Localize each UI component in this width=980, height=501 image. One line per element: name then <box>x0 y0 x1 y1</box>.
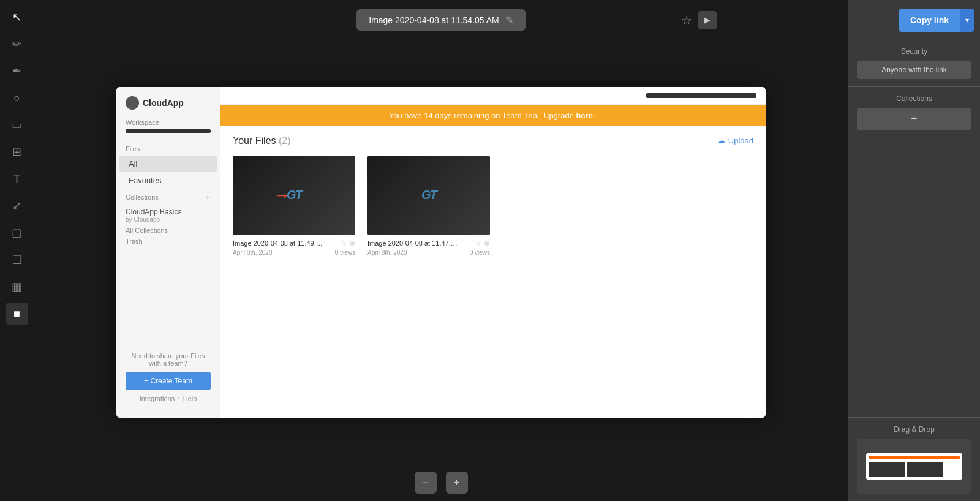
file-date-1: April 8th, 2020 <box>233 249 273 256</box>
cloudapp-logo-icon <box>126 96 139 110</box>
upload-button[interactable]: ☁ Upload <box>717 136 753 145</box>
transform-tool[interactable]: ⤢ <box>6 195 28 217</box>
cloudapp-window: CloudApp Workspace Files All Favorites C… <box>116 87 766 418</box>
drag-drop-inner <box>858 439 971 494</box>
file-meta-1: April 8th, 2020 0 views <box>233 249 355 256</box>
collections-row: Collections + <box>116 189 220 206</box>
file-info-1: Image 2020-04-08 at 11.49.36 ... ☆ ⊕ Apr… <box>233 235 355 260</box>
grid-tool[interactable]: ⊞ <box>6 141 28 163</box>
arrow-overlay: → <box>273 186 290 205</box>
title-pill: Image 2020-04-08 at 11.54.05 AM ✎ <box>356 9 525 31</box>
file-date-2: April 8th, 2020 <box>368 249 407 256</box>
add-collection-button[interactable]: + <box>205 192 211 203</box>
file-star-1[interactable]: ☆ <box>340 239 347 247</box>
thumbnail-inner-1: GT → <box>233 156 355 235</box>
dnd-mini-files <box>869 462 960 477</box>
gt-logo-2: GT <box>421 188 436 202</box>
cloudapp-logo: CloudApp <box>116 96 220 119</box>
star-button[interactable]: ☆ <box>681 13 692 28</box>
upload-icon: ☁ <box>717 136 725 145</box>
files-section-label: Files <box>116 142 220 156</box>
content-window: CloudApp Workspace Files All Favorites C… <box>34 40 848 464</box>
integrations-row: Integrations • Help <box>126 390 211 402</box>
sidebar-bottom: Need to share your Files with a team? + … <box>116 346 220 409</box>
brush-tool[interactable]: ✒ <box>6 60 28 82</box>
window-title: Image 2020-04-08 at 11.54.05 AM <box>369 15 499 25</box>
file-name-1: Image 2020-04-08 at 11.49.36 ... <box>233 239 325 247</box>
all-collections-link[interactable]: All Collections <box>116 225 220 236</box>
security-label: Security <box>858 47 971 56</box>
files-title-text: Your Files <box>233 135 276 146</box>
file-star-2[interactable]: ☆ <box>475 239 481 247</box>
file-name-row-1: Image 2020-04-08 at 11.49.36 ... ☆ ⊕ <box>233 239 355 247</box>
file-views-1: 0 views <box>335 249 355 256</box>
sidebar-item-all[interactable]: All <box>119 156 217 172</box>
sidebar-item-favorites[interactable]: Favorites <box>119 172 217 189</box>
cloudapp-logo-text: CloudApp <box>143 98 184 108</box>
drag-drop-section: Drag & Drop <box>848 417 980 501</box>
file-info-2: Image 2020-04-08 at 11.47.41 AM ☆ ⊕ Apri… <box>368 235 490 260</box>
security-value[interactable]: Anyone with the link <box>858 61 971 79</box>
thumbnail-inner-2: GT <box>368 156 490 235</box>
trash-link[interactable]: Trash <box>116 236 220 247</box>
trial-suffix: . <box>595 111 598 120</box>
zoom-in-button[interactable]: + <box>446 472 468 494</box>
files-title: Your Files (2) <box>233 135 291 146</box>
panel-collections-section: Collections + <box>848 87 980 138</box>
collection-title: CloudApp Basics <box>126 208 211 216</box>
left-toolbar: ↖ ✏ ✒ ○ ▭ ⊞ T ⤢ ▢ ❑ ▦ ■ <box>0 0 34 501</box>
file-card-1: GT → Image 2020-04-08 at 11.49.36 ... ☆ … <box>233 156 355 260</box>
sidebar: CloudApp Workspace Files All Favorites C… <box>116 87 221 418</box>
black-tool[interactable]: ■ <box>6 303 28 325</box>
cloudapp-basics-item[interactable]: CloudApp Basics by Cloudapp <box>116 206 220 225</box>
circle-tool[interactable]: ○ <box>6 87 28 109</box>
copy-link-dropdown[interactable]: ▾ <box>960 9 974 32</box>
main-area: Image 2020-04-08 at 11.54.05 AM ✎ ☆ ▶ Cl… <box>34 0 848 501</box>
cursor-tool[interactable]: ↖ <box>6 6 28 28</box>
pen-tool[interactable]: ✏ <box>6 33 28 55</box>
file-views-2: 0 views <box>470 249 490 256</box>
zoom-out-button[interactable]: − <box>415 472 437 494</box>
header-search-bar <box>646 93 756 98</box>
file-thumbnail-2[interactable]: GT <box>368 156 490 235</box>
files-header: Your Files (2) ☁ Upload <box>233 135 753 146</box>
add-to-collection-button[interactable]: + <box>858 108 971 130</box>
trial-banner: You have 14 days remaining on Team Trial… <box>221 105 766 126</box>
text-tool[interactable]: T <box>6 168 28 190</box>
panel-collections-label: Collections <box>858 94 971 103</box>
files-area: Your Files (2) ☁ Upload <box>221 126 766 418</box>
component-tool[interactable]: ❑ <box>6 249 28 271</box>
workspace-bar <box>126 129 211 133</box>
integrations-link[interactable]: Integrations <box>140 395 175 402</box>
forward-button[interactable]: ▶ <box>698 11 717 29</box>
files-count: (2) <box>279 135 291 146</box>
collection-by: by Cloudapp <box>126 216 211 223</box>
trial-upgrade-link[interactable]: here <box>576 111 593 120</box>
file-add-2[interactable]: ⊕ <box>484 239 490 247</box>
trial-text: You have 14 days remaining on Team Trial… <box>389 111 574 120</box>
file-thumbnail-1[interactable]: GT → <box>233 156 355 235</box>
file-name-2: Image 2020-04-08 at 11.47.41 AM <box>368 239 459 247</box>
file-meta-2: April 8th, 2020 0 views <box>368 249 490 256</box>
copy-link-area: Copy link ▾ <box>848 0 980 40</box>
upload-label: Upload <box>728 136 753 145</box>
frame-tool[interactable]: ▢ <box>6 222 28 244</box>
file-add-1[interactable]: ⊕ <box>349 239 355 247</box>
collections-label: Collections <box>126 194 159 201</box>
chart-tool[interactable]: ▦ <box>6 276 28 298</box>
files-grid: GT → Image 2020-04-08 at 11.49.36 ... ☆ … <box>233 156 753 260</box>
copy-link-button[interactable]: Copy link <box>899 9 960 32</box>
dnd-mini-file-2 <box>907 462 944 477</box>
rect-tool[interactable]: ▭ <box>6 114 28 136</box>
dnd-mini-file-1 <box>869 462 905 477</box>
create-team-button[interactable]: + Create Team <box>126 372 211 390</box>
dnd-mini-bar <box>869 456 960 459</box>
help-link[interactable]: Help <box>183 395 197 402</box>
file-card-2: GT Image 2020-04-08 at 11.47.41 AM ☆ ⊕ <box>368 156 490 260</box>
right-panel: Copy link ▾ Security Anyone with the lin… <box>848 0 980 501</box>
dnd-mini-preview <box>866 453 962 480</box>
cloud-main: You have 14 days remaining on Team Trial… <box>221 87 766 418</box>
separator: • <box>178 395 180 402</box>
file-actions-2: ☆ ⊕ <box>475 239 490 247</box>
edit-icon[interactable]: ✎ <box>505 14 513 26</box>
